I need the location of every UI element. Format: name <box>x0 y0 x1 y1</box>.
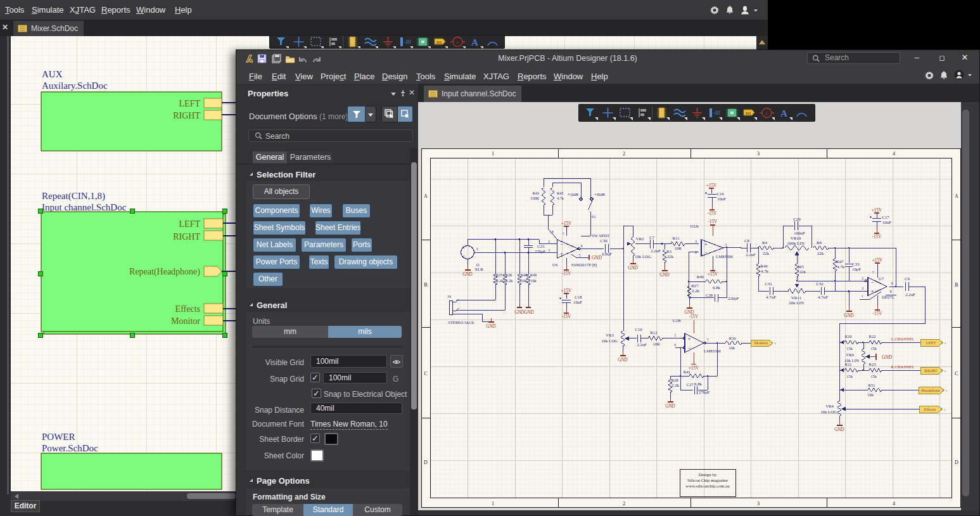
svg-text:R20: R20 <box>845 334 852 339</box>
svg-text:R48: R48 <box>521 273 528 277</box>
svg-text:Input channel.SchDoc: Input channel.SchDoc <box>42 202 127 212</box>
svg-text:A: A <box>424 193 428 199</box>
svg-text:R22: R22 <box>869 334 876 339</box>
svg-text:R21: R21 <box>845 362 852 366</box>
svg-text:3: 3 <box>695 240 697 243</box>
svg-text:GND: GND <box>628 266 638 271</box>
svg-text:1: 1 <box>725 243 727 247</box>
svg-text:U2B: U2B <box>673 318 681 323</box>
svg-text:STEREO JACK: STEREO JACK <box>448 320 474 325</box>
svg-text:R46: R46 <box>760 264 768 268</box>
svg-text:LM833M: LM833M <box>716 254 732 259</box>
svg-text:VR10: VR10 <box>791 236 801 241</box>
svg-text:Monitor: Monitor <box>171 316 200 326</box>
svg-text:›: › <box>945 368 946 373</box>
svg-text:R47: R47 <box>836 259 844 264</box>
svg-text:+: + <box>704 241 707 247</box>
svg-text:3: 3 <box>476 247 478 251</box>
svg-text:-15V: -15V <box>562 271 572 276</box>
svg-text:›: › <box>946 388 947 393</box>
svg-text:10uF: 10uF <box>573 300 582 304</box>
svg-text:8: 8 <box>890 290 892 293</box>
svg-text:C16: C16 <box>716 191 724 196</box>
svg-text:7: 7 <box>563 232 564 236</box>
svg-text:R40: R40 <box>697 274 704 279</box>
svg-text:R50: R50 <box>729 336 736 340</box>
svg-text:LEFT: LEFT <box>179 99 201 108</box>
svg-text:+15V: +15V <box>561 288 572 293</box>
svg-text:XLR: XLR <box>474 267 483 271</box>
svg-text:C31: C31 <box>765 281 772 287</box>
svg-text:2: 2 <box>548 240 550 243</box>
svg-text:RIGHT: RIGHT <box>173 232 200 242</box>
svg-text:100nF: 100nF <box>794 231 805 236</box>
svg-text:Power.SchDoc: Power.SchDoc <box>42 443 98 453</box>
svg-text:-15V: -15V <box>873 311 883 316</box>
svg-text:R11: R11 <box>672 236 679 240</box>
svg-text:3: 3 <box>757 501 760 506</box>
svg-text:+15V: +15V <box>561 221 572 226</box>
svg-text:›: › <box>775 340 776 345</box>
svg-text:C17: C17 <box>882 215 889 220</box>
svg-text:−: − <box>704 249 707 255</box>
svg-text:RIGHT: RIGHT <box>173 111 200 120</box>
svg-text:GND: GND <box>659 273 670 278</box>
svg-text:D: D <box>424 460 428 465</box>
svg-text:Monitor: Monitor <box>754 340 768 345</box>
svg-text:R23: R23 <box>869 362 876 366</box>
svg-text:+15V: +15V <box>872 208 882 213</box>
svg-text:+15V: +15V <box>706 183 717 188</box>
svg-text:R41: R41 <box>684 370 690 374</box>
svg-text:Headphone: Headphone <box>921 388 940 392</box>
svg-text:C27: C27 <box>687 382 694 387</box>
svg-text:10k LOG: 10k LOG <box>820 410 837 414</box>
svg-text:C32: C32 <box>816 281 824 287</box>
svg-text:R3: R3 <box>666 249 672 254</box>
svg-text:Auxilary.SchDoc: Auxilary.SchDoc <box>42 81 108 91</box>
svg-text:+10dB: +10dB <box>568 192 578 197</box>
svg-text:+: + <box>560 250 563 257</box>
svg-text:2: 2 <box>623 501 625 506</box>
svg-text:Silicon Chip magazine: Silicon Chip magazine <box>687 478 728 483</box>
svg-text:R12: R12 <box>650 330 658 335</box>
svg-text:6: 6 <box>581 244 583 248</box>
svg-text:AUX: AUX <box>42 69 63 79</box>
svg-text:GND: GND <box>462 272 473 277</box>
svg-text:5: 5 <box>674 333 676 337</box>
svg-text:4.7k: 4.7k <box>837 264 844 269</box>
svg-text:OP27C: OP27C <box>882 295 894 299</box>
svg-text:C25: C25 <box>537 244 545 248</box>
svg-text:3: 3 <box>757 151 760 157</box>
svg-text:-15V: -15V <box>872 235 882 240</box>
svg-text:−: − <box>560 241 563 247</box>
svg-text:GND: GND <box>665 404 675 409</box>
svg-text:U2A: U2A <box>690 224 698 228</box>
svg-text:Effects: Effects <box>924 407 936 411</box>
svg-text:2.2k: 2.2k <box>506 278 513 283</box>
svg-text:LEFT: LEFT <box>179 219 201 229</box>
svg-text:R49: R49 <box>530 273 537 277</box>
svg-text:C8: C8 <box>744 238 750 243</box>
svg-text:GND: GND <box>592 255 602 261</box>
svg-text:2.2uF: 2.2uF <box>746 252 756 257</box>
svg-text:R5: R5 <box>799 264 805 269</box>
svg-text:6: 6 <box>891 281 893 285</box>
svg-text:4: 4 <box>893 151 895 157</box>
svg-text:22k: 22k <box>667 254 674 259</box>
svg-text:R45: R45 <box>557 191 564 195</box>
svg-text:22k: 22k <box>763 251 770 255</box>
svg-text:6: 6 <box>674 343 676 347</box>
svg-text:-III: -III <box>713 110 720 116</box>
svg-text:›: › <box>944 407 945 412</box>
svg-text:GND: GND <box>882 354 893 360</box>
svg-text:10k: 10k <box>729 345 735 350</box>
svg-text:LM833M: LM833M <box>704 349 720 353</box>
svg-text:10k LOG: 10k LOG <box>601 339 618 343</box>
svg-text:4: 4 <box>893 501 895 506</box>
svg-text:C7: C7 <box>649 235 655 240</box>
svg-text:2.2k: 2.2k <box>692 288 699 293</box>
svg-text:S1: S1 <box>591 214 595 219</box>
svg-text:D1: D1 <box>746 111 751 116</box>
svg-text:GND: GND <box>834 427 844 432</box>
svg-text:GND: GND <box>844 313 854 318</box>
